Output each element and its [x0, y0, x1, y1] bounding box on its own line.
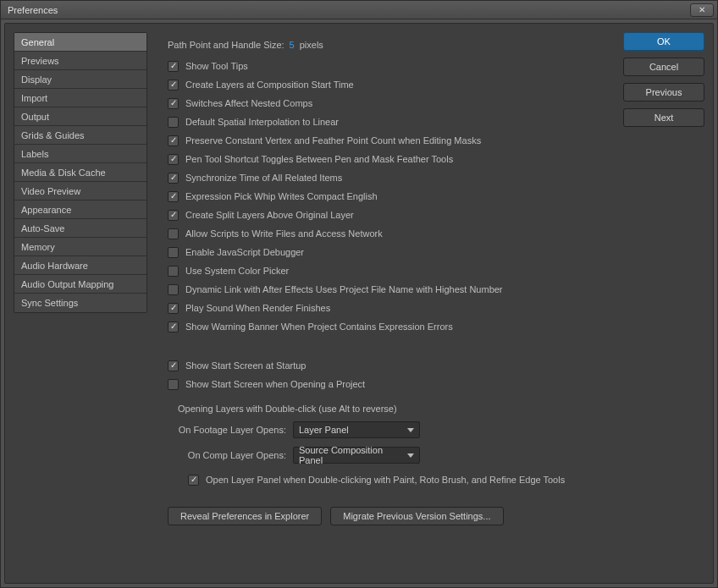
- checkbox-row: Dynamic Link with After Effects Uses Pro…: [168, 280, 611, 299]
- ok-button[interactable]: OK: [623, 32, 704, 51]
- checkbox-row: Play Sound When Render Finishes: [168, 299, 611, 317]
- window-title: Preferences: [4, 5, 690, 15]
- checkbox[interactable]: [168, 191, 179, 202]
- checkbox[interactable]: [168, 228, 179, 239]
- preferences-window: Preferences ✕ GeneralPreviewsDisplayImpo…: [0, 0, 718, 588]
- sidebar-item-sync-settings[interactable]: Sync Settings: [14, 294, 146, 312]
- sidebar-item-video-preview[interactable]: Video Preview: [14, 182, 146, 201]
- comp-layer-row: On Comp Layer Opens: Source Composition …: [178, 445, 611, 465]
- open-layer-panel-label: Open Layer Panel when Double-clicking wi…: [206, 475, 565, 485]
- checkbox-row: Synchronize Time of All Related Items: [168, 168, 611, 187]
- footage-layer-value: Layer Panel: [299, 425, 407, 435]
- checkbox-label: Show Start Screen when Opening a Project: [185, 379, 365, 389]
- sidebar-item-memory[interactable]: Memory: [14, 238, 146, 256]
- footage-layer-row: On Footage Layer Opens: Layer Panel: [178, 420, 611, 440]
- checkbox-label: Synchronize Time of All Related Items: [185, 173, 342, 183]
- migrate-settings-button[interactable]: Migrate Previous Version Settings...: [330, 507, 503, 525]
- reveal-prefs-button[interactable]: Reveal Preferences in Explorer: [168, 507, 322, 525]
- footage-layer-dropdown[interactable]: Layer Panel: [293, 421, 420, 438]
- sidebar-item-auto-save[interactable]: Auto-Save: [14, 219, 146, 238]
- chevron-down-icon: [407, 428, 414, 432]
- checkbox[interactable]: [168, 80, 179, 91]
- checkbox[interactable]: [168, 360, 179, 371]
- comp-layer-dropdown[interactable]: Source Composition Panel: [293, 447, 420, 464]
- previous-label: Previous: [646, 87, 682, 97]
- checkbox-row: Show Start Screen at Startup: [168, 356, 611, 375]
- checkbox-label: Default Spatial Interpolation to Linear: [185, 117, 339, 127]
- checkbox-label: Show Tool Tips: [185, 61, 248, 71]
- checkbox[interactable]: [168, 135, 179, 146]
- category-sidebar: GeneralPreviewsDisplayImportOutputGrids …: [14, 32, 147, 313]
- opening-layers-group: On Footage Layer Opens: Layer Panel On C…: [168, 420, 611, 489]
- sidebar-item-audio-output-mapping[interactable]: Audio Output Mapping: [14, 275, 146, 294]
- checkbox-label: Show Start Screen at Startup: [185, 360, 306, 371]
- chevron-down-icon: [407, 453, 414, 458]
- sidebar-item-output[interactable]: Output: [14, 107, 146, 126]
- checkbox-row: Show Start Screen when Opening a Project: [168, 375, 611, 393]
- sidebar-item-audio-hardware[interactable]: Audio Hardware: [14, 256, 146, 275]
- checkbox-row: Use System Color Picker: [168, 261, 611, 280]
- path-point-units: pixels: [300, 40, 323, 50]
- sidebar-item-general[interactable]: General: [14, 33, 146, 52]
- checkbox[interactable]: [168, 61, 179, 72]
- checkbox[interactable]: [168, 247, 179, 258]
- cancel-button[interactable]: Cancel: [623, 58, 704, 76]
- path-point-value[interactable]: 5: [290, 40, 295, 50]
- checkbox[interactable]: [168, 303, 179, 314]
- sidebar-item-labels[interactable]: Labels: [14, 145, 146, 163]
- checkbox-label: Play Sound When Render Finishes: [185, 303, 330, 313]
- checkbox[interactable]: [168, 379, 179, 390]
- dialog-body: GeneralPreviewsDisplayImportOutputGrids …: [4, 23, 714, 584]
- sidebar-item-media-disk-cache[interactable]: Media & Disk Cache: [14, 163, 146, 182]
- checkbox-row: Preserve Constant Vertex and Feather Poi…: [168, 131, 611, 150]
- checkbox-row: Pen Tool Shortcut Toggles Between Pen an…: [168, 150, 611, 168]
- checkbox[interactable]: [168, 210, 179, 221]
- checkbox[interactable]: [168, 173, 179, 184]
- open-layer-panel-checkbox[interactable]: [188, 475, 199, 486]
- checkbox[interactable]: [168, 117, 179, 128]
- close-icon: ✕: [699, 5, 705, 14]
- checkbox[interactable]: [168, 154, 179, 165]
- checkbox-row: Default Spatial Interpolation to Linear: [168, 113, 611, 131]
- checkbox-label: Create Split Layers Above Original Layer: [185, 210, 354, 220]
- comp-layer-value: Source Composition Panel: [299, 445, 407, 465]
- checkbox-row: Allow Scripts to Write Files and Access …: [168, 224, 611, 243]
- checkbox-label: Allow Scripts to Write Files and Access …: [185, 228, 383, 239]
- checkbox-label: Use System Color Picker: [185, 266, 289, 276]
- checkbox-row: Enable JavaScript Debugger: [168, 243, 611, 261]
- open-layer-panel-row: Open Layer Panel when Double-clicking wi…: [178, 470, 611, 489]
- previous-button[interactable]: Previous: [623, 83, 704, 102]
- footage-layer-label: On Footage Layer Opens:: [178, 425, 286, 435]
- checkbox[interactable]: [168, 321, 179, 332]
- start-screen-checkbox-list: Show Start Screen at StartupShow Start S…: [168, 356, 611, 393]
- checkbox-row: Expression Pick Whip Writes Compact Engl…: [168, 187, 611, 206]
- comp-layer-label: On Comp Layer Opens:: [178, 450, 286, 460]
- checkbox[interactable]: [168, 98, 179, 109]
- checkbox[interactable]: [168, 266, 179, 277]
- sidebar-item-appearance[interactable]: Appearance: [14, 201, 146, 219]
- sidebar-item-previews[interactable]: Previews: [14, 52, 146, 70]
- sidebar-item-grids-guides[interactable]: Grids & Guides: [14, 126, 146, 145]
- ok-label: OK: [657, 36, 671, 47]
- next-button[interactable]: Next: [623, 108, 704, 127]
- checkbox-row: Create Split Layers Above Original Layer: [168, 206, 611, 224]
- checkbox-label: Expression Pick Whip Writes Compact Engl…: [185, 191, 378, 201]
- checkbox-row: Switches Affect Nested Comps: [168, 94, 611, 113]
- next-label: Next: [654, 113, 674, 123]
- dialog-button-column: OK Cancel Previous Next: [623, 32, 704, 574]
- bottom-button-row: Reveal Preferences in Explorer Migrate P…: [168, 507, 611, 525]
- checkbox-label: Create Layers at Composition Start Time: [185, 80, 354, 90]
- general-checkbox-list: Show Tool TipsCreate Layers at Compositi…: [168, 57, 611, 336]
- checkbox-label: Enable JavaScript Debugger: [185, 247, 304, 257]
- sidebar-item-display[interactable]: Display: [14, 70, 146, 89]
- checkbox-row: Show Warning Banner When Project Contain…: [168, 317, 611, 336]
- titlebar: Preferences ✕: [1, 1, 717, 19]
- close-button[interactable]: ✕: [690, 3, 714, 17]
- checkbox-label: Pen Tool Shortcut Toggles Between Pen an…: [185, 154, 453, 164]
- checkbox[interactable]: [168, 284, 179, 295]
- reveal-prefs-label: Reveal Preferences in Explorer: [180, 511, 309, 521]
- checkbox-row: Create Layers at Composition Start Time: [168, 75, 611, 94]
- checkbox-label: Dynamic Link with After Effects Uses Pro…: [185, 284, 503, 294]
- sidebar-item-import[interactable]: Import: [14, 89, 146, 107]
- path-point-row: Path Point and Handle Size: 5 pixels: [168, 36, 611, 54]
